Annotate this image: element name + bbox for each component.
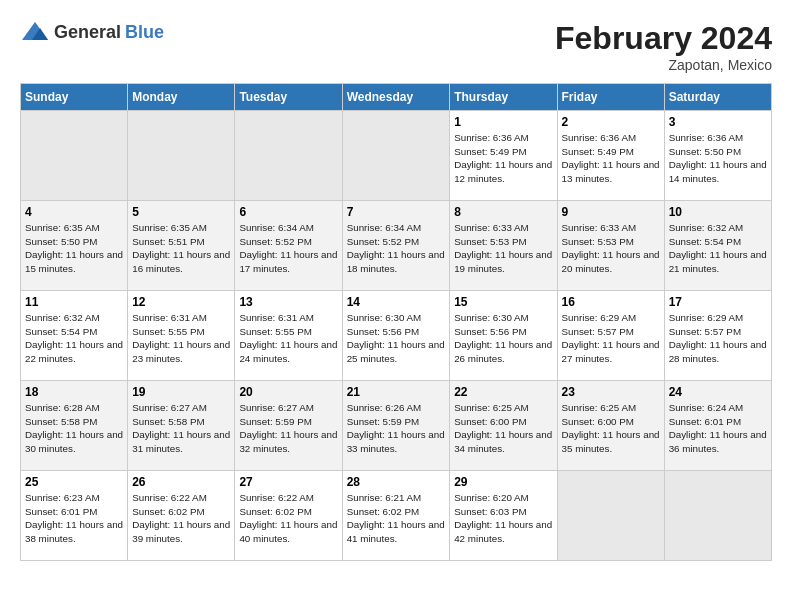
calendar-cell: 25Sunrise: 6:23 AMSunset: 6:01 PMDayligh… [21, 471, 128, 561]
calendar-cell: 19Sunrise: 6:27 AMSunset: 5:58 PMDayligh… [128, 381, 235, 471]
day-info: Sunrise: 6:25 AMSunset: 6:00 PMDaylight:… [454, 401, 552, 456]
day-info: Sunrise: 6:32 AMSunset: 5:54 PMDaylight:… [25, 311, 123, 366]
calendar-title: February 2024 [555, 20, 772, 57]
day-number: 27 [239, 475, 337, 489]
day-info: Sunrise: 6:26 AMSunset: 5:59 PMDaylight:… [347, 401, 446, 456]
day-number: 19 [132, 385, 230, 399]
day-info: Sunrise: 6:36 AMSunset: 5:49 PMDaylight:… [562, 131, 660, 186]
day-info: Sunrise: 6:33 AMSunset: 5:53 PMDaylight:… [562, 221, 660, 276]
calendar-location: Zapotan, Mexico [555, 57, 772, 73]
day-info: Sunrise: 6:29 AMSunset: 5:57 PMDaylight:… [562, 311, 660, 366]
day-info: Sunrise: 6:30 AMSunset: 5:56 PMDaylight:… [454, 311, 552, 366]
day-info: Sunrise: 6:31 AMSunset: 5:55 PMDaylight:… [132, 311, 230, 366]
calendar-week-row: 1Sunrise: 6:36 AMSunset: 5:49 PMDaylight… [21, 111, 772, 201]
day-info: Sunrise: 6:36 AMSunset: 5:50 PMDaylight:… [669, 131, 767, 186]
logo-general-text: General [54, 22, 121, 43]
col-header-friday: Friday [557, 84, 664, 111]
logo: GeneralBlue [20, 20, 164, 44]
calendar-cell: 26Sunrise: 6:22 AMSunset: 6:02 PMDayligh… [128, 471, 235, 561]
day-info: Sunrise: 6:20 AMSunset: 6:03 PMDaylight:… [454, 491, 552, 546]
day-number: 11 [25, 295, 123, 309]
calendar-cell: 1Sunrise: 6:36 AMSunset: 5:49 PMDaylight… [450, 111, 557, 201]
calendar-cell [21, 111, 128, 201]
day-number: 14 [347, 295, 446, 309]
calendar-cell: 18Sunrise: 6:28 AMSunset: 5:58 PMDayligh… [21, 381, 128, 471]
day-info: Sunrise: 6:36 AMSunset: 5:49 PMDaylight:… [454, 131, 552, 186]
calendar-cell: 5Sunrise: 6:35 AMSunset: 5:51 PMDaylight… [128, 201, 235, 291]
calendar-week-row: 4Sunrise: 6:35 AMSunset: 5:50 PMDaylight… [21, 201, 772, 291]
calendar-cell: 20Sunrise: 6:27 AMSunset: 5:59 PMDayligh… [235, 381, 342, 471]
day-number: 26 [132, 475, 230, 489]
logo-blue-text: Blue [125, 22, 164, 43]
day-info: Sunrise: 6:30 AMSunset: 5:56 PMDaylight:… [347, 311, 446, 366]
calendar-cell: 21Sunrise: 6:26 AMSunset: 5:59 PMDayligh… [342, 381, 450, 471]
calendar-cell [235, 111, 342, 201]
day-number: 12 [132, 295, 230, 309]
calendar-cell: 11Sunrise: 6:32 AMSunset: 5:54 PMDayligh… [21, 291, 128, 381]
calendar-cell: 16Sunrise: 6:29 AMSunset: 5:57 PMDayligh… [557, 291, 664, 381]
day-number: 22 [454, 385, 552, 399]
day-info: Sunrise: 6:34 AMSunset: 5:52 PMDaylight:… [239, 221, 337, 276]
calendar-cell: 17Sunrise: 6:29 AMSunset: 5:57 PMDayligh… [664, 291, 771, 381]
calendar-cell [664, 471, 771, 561]
day-info: Sunrise: 6:33 AMSunset: 5:53 PMDaylight:… [454, 221, 552, 276]
day-info: Sunrise: 6:28 AMSunset: 5:58 PMDaylight:… [25, 401, 123, 456]
day-number: 28 [347, 475, 446, 489]
day-number: 2 [562, 115, 660, 129]
col-header-monday: Monday [128, 84, 235, 111]
calendar-cell: 23Sunrise: 6:25 AMSunset: 6:00 PMDayligh… [557, 381, 664, 471]
day-number: 23 [562, 385, 660, 399]
calendar-cell: 9Sunrise: 6:33 AMSunset: 5:53 PMDaylight… [557, 201, 664, 291]
day-number: 3 [669, 115, 767, 129]
day-info: Sunrise: 6:23 AMSunset: 6:01 PMDaylight:… [25, 491, 123, 546]
day-number: 21 [347, 385, 446, 399]
day-number: 25 [25, 475, 123, 489]
day-number: 9 [562, 205, 660, 219]
day-number: 24 [669, 385, 767, 399]
calendar-cell: 7Sunrise: 6:34 AMSunset: 5:52 PMDaylight… [342, 201, 450, 291]
col-header-wednesday: Wednesday [342, 84, 450, 111]
day-number: 1 [454, 115, 552, 129]
calendar-cell: 12Sunrise: 6:31 AMSunset: 5:55 PMDayligh… [128, 291, 235, 381]
day-info: Sunrise: 6:35 AMSunset: 5:50 PMDaylight:… [25, 221, 123, 276]
calendar-cell: 29Sunrise: 6:20 AMSunset: 6:03 PMDayligh… [450, 471, 557, 561]
title-block: February 2024 Zapotan, Mexico [555, 20, 772, 73]
day-number: 7 [347, 205, 446, 219]
calendar-week-row: 18Sunrise: 6:28 AMSunset: 5:58 PMDayligh… [21, 381, 772, 471]
day-info: Sunrise: 6:24 AMSunset: 6:01 PMDaylight:… [669, 401, 767, 456]
calendar-cell: 8Sunrise: 6:33 AMSunset: 5:53 PMDaylight… [450, 201, 557, 291]
day-number: 15 [454, 295, 552, 309]
calendar-cell [342, 111, 450, 201]
calendar-table: SundayMondayTuesdayWednesdayThursdayFrid… [20, 83, 772, 561]
day-info: Sunrise: 6:22 AMSunset: 6:02 PMDaylight:… [239, 491, 337, 546]
day-number: 8 [454, 205, 552, 219]
day-number: 6 [239, 205, 337, 219]
day-number: 17 [669, 295, 767, 309]
col-header-saturday: Saturday [664, 84, 771, 111]
calendar-cell: 3Sunrise: 6:36 AMSunset: 5:50 PMDaylight… [664, 111, 771, 201]
day-info: Sunrise: 6:25 AMSunset: 6:00 PMDaylight:… [562, 401, 660, 456]
logo-icon [20, 20, 50, 44]
calendar-cell: 2Sunrise: 6:36 AMSunset: 5:49 PMDaylight… [557, 111, 664, 201]
calendar-week-row: 25Sunrise: 6:23 AMSunset: 6:01 PMDayligh… [21, 471, 772, 561]
day-number: 18 [25, 385, 123, 399]
calendar-header-row: SundayMondayTuesdayWednesdayThursdayFrid… [21, 84, 772, 111]
calendar-cell [128, 111, 235, 201]
col-header-tuesday: Tuesday [235, 84, 342, 111]
calendar-cell: 27Sunrise: 6:22 AMSunset: 6:02 PMDayligh… [235, 471, 342, 561]
day-number: 29 [454, 475, 552, 489]
day-info: Sunrise: 6:22 AMSunset: 6:02 PMDaylight:… [132, 491, 230, 546]
calendar-cell: 10Sunrise: 6:32 AMSunset: 5:54 PMDayligh… [664, 201, 771, 291]
day-info: Sunrise: 6:29 AMSunset: 5:57 PMDaylight:… [669, 311, 767, 366]
col-header-thursday: Thursday [450, 84, 557, 111]
col-header-sunday: Sunday [21, 84, 128, 111]
calendar-week-row: 11Sunrise: 6:32 AMSunset: 5:54 PMDayligh… [21, 291, 772, 381]
day-number: 5 [132, 205, 230, 219]
calendar-cell [557, 471, 664, 561]
day-number: 10 [669, 205, 767, 219]
calendar-cell: 28Sunrise: 6:21 AMSunset: 6:02 PMDayligh… [342, 471, 450, 561]
calendar-cell: 6Sunrise: 6:34 AMSunset: 5:52 PMDaylight… [235, 201, 342, 291]
day-info: Sunrise: 6:31 AMSunset: 5:55 PMDaylight:… [239, 311, 337, 366]
day-info: Sunrise: 6:35 AMSunset: 5:51 PMDaylight:… [132, 221, 230, 276]
day-number: 4 [25, 205, 123, 219]
